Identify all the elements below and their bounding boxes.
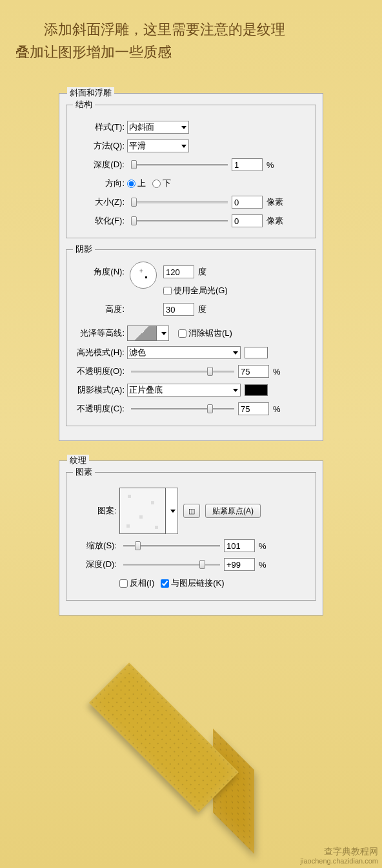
pattern-label: 图案:: [73, 505, 119, 517]
highlight-opacity-unit: %: [273, 367, 281, 377]
tex-depth-slider[interactable]: [123, 560, 220, 569]
shadow-mode-label: 阴影模式(A):: [73, 384, 127, 396]
watermark-sub: jiaocheng.chazidian.com: [301, 857, 378, 865]
method-label: 方法(Q):: [73, 140, 127, 152]
ribbon-preview: [90, 652, 258, 840]
scale-input[interactable]: [224, 539, 255, 552]
chevron-down-icon: [181, 145, 186, 148]
angle-label: 角度(N):: [73, 266, 127, 278]
structure-group: 结构 样式(T): 内斜面 方法(Q): 平滑 深度(D): % 方向:: [66, 99, 316, 238]
highlight-color-swatch[interactable]: [245, 347, 268, 358]
direction-up-radio[interactable]: 上: [127, 178, 146, 189]
pattern-caret[interactable]: [166, 488, 178, 534]
link-layer-checkbox[interactable]: 与图层链接(K): [161, 577, 224, 589]
pattern-picker[interactable]: [119, 488, 166, 534]
gloss-contour-picker[interactable]: [127, 326, 157, 341]
invert-checkbox[interactable]: 反相(I): [119, 577, 154, 589]
style-label: 样式(T):: [73, 121, 127, 133]
global-light-checkbox[interactable]: 使用全局光(G): [163, 285, 228, 296]
angle-input[interactable]: [163, 265, 194, 278]
antialias-checkbox[interactable]: 消除锯齿(L): [178, 327, 232, 339]
depth-input[interactable]: [232, 158, 263, 171]
panel2-title: 纹理: [67, 455, 89, 466]
highlight-opacity-label: 不透明度(O):: [73, 366, 127, 377]
shadow-opacity-unit: %: [273, 404, 281, 414]
chevron-down-icon: [170, 510, 176, 513]
intro-line2: 叠加让图形增加一些质感: [15, 41, 367, 63]
highlight-mode-select[interactable]: 滤色: [127, 346, 241, 359]
depth-unit: %: [266, 160, 274, 170]
direction-down-radio[interactable]: 下: [152, 178, 171, 189]
structure-title: 结构: [73, 99, 95, 110]
direction-label: 方向:: [73, 178, 127, 189]
soften-unit: 像素: [266, 215, 283, 227]
snap-origin-button[interactable]: 贴紧原点(A): [205, 504, 261, 518]
scale-label: 缩放(S):: [73, 540, 119, 552]
size-input[interactable]: [232, 196, 263, 209]
shadow-mode-select[interactable]: 正片叠底: [127, 384, 241, 397]
altitude-input[interactable]: [163, 303, 194, 316]
shadow-opacity-slider[interactable]: [131, 404, 234, 413]
chevron-down-icon: [233, 351, 238, 355]
highlight-opacity-input[interactable]: [238, 365, 269, 378]
tex-depth-input[interactable]: [224, 558, 255, 571]
size-slider[interactable]: [131, 198, 228, 207]
method-select[interactable]: 平滑: [127, 140, 189, 152]
watermark-main: 查字典教程网: [301, 846, 378, 857]
scale-slider[interactable]: [123, 541, 220, 550]
soften-label: 软化(F):: [73, 215, 127, 227]
element-group: 图素 图案: ◫ 贴紧原点(A) 缩放(S): %: [66, 466, 316, 601]
tex-depth-unit: %: [259, 560, 266, 570]
bevel-emboss-panel: 斜面和浮雕 结构 样式(T): 内斜面 方法(Q): 平滑 深度(D): %: [59, 93, 323, 441]
intro-text: 添加斜面浮雕，这里需要注意的是纹理 叠加让图形增加一些质感: [0, 0, 382, 70]
angle-unit: 度: [198, 266, 206, 278]
element-title: 图素: [73, 466, 95, 478]
shading-title: 阴影: [73, 243, 95, 255]
highlight-opacity-slider[interactable]: [131, 367, 234, 376]
altitude-label: 高度:: [73, 304, 127, 315]
watermark: 查字典教程网 jiaocheng.chazidian.com: [301, 846, 378, 865]
altitude-unit: 度: [198, 304, 206, 315]
intro-line1: 添加斜面浮雕，这里需要注意的是纹理: [44, 18, 367, 41]
panel1-title: 斜面和浮雕: [67, 87, 114, 99]
scale-unit: %: [259, 541, 266, 551]
gloss-contour-caret[interactable]: [157, 326, 169, 341]
chevron-down-icon: [161, 332, 166, 335]
shading-group: 阴影 角度(N): 高度: + 度 使用全局光(G): [66, 243, 316, 426]
shadow-opacity-label: 不透明度(C):: [73, 403, 127, 415]
chevron-down-icon: [181, 126, 186, 129]
highlight-mode-label: 高光模式(H):: [73, 347, 127, 358]
angle-dial[interactable]: +: [130, 262, 157, 289]
new-preset-icon: ◫: [188, 507, 195, 515]
style-select[interactable]: 内斜面: [127, 121, 189, 134]
gloss-label: 光泽等高线:: [73, 327, 127, 339]
new-preset-button[interactable]: ◫: [183, 504, 200, 518]
shadow-opacity-input[interactable]: [238, 402, 269, 415]
depth-slider[interactable]: [131, 160, 228, 169]
size-label: 大小(Z):: [73, 196, 127, 208]
soften-input[interactable]: [232, 214, 263, 227]
chevron-down-icon: [233, 389, 238, 392]
texture-panel: 纹理 图素 图案: ◫ 贴紧原点(A) 缩放(S):: [59, 460, 323, 615]
depth-label: 深度(D):: [73, 159, 127, 170]
tex-depth-label: 深度(D):: [73, 559, 119, 570]
shadow-color-swatch[interactable]: [245, 384, 268, 396]
soften-slider[interactable]: [131, 216, 228, 225]
size-unit: 像素: [266, 196, 283, 208]
